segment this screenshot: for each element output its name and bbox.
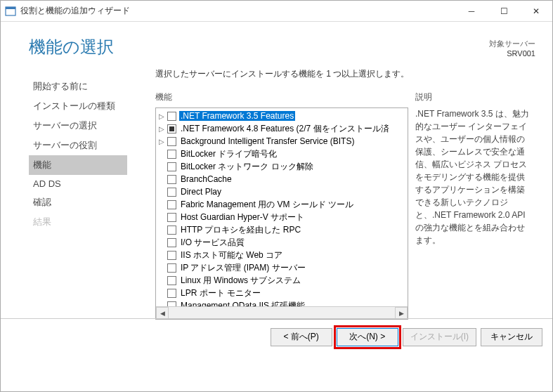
cancel-button[interactable]: キャンセル — [481, 328, 542, 346]
wizard-step[interactable]: 開始する前に — [29, 77, 127, 96]
feature-label: BitLocker ネットワーク ロック解除 — [179, 161, 315, 173]
window-title: 役割と機能の追加ウィザード — [20, 5, 455, 17]
feature-checkbox[interactable] — [167, 200, 176, 209]
feature-label: .NET Framework 3.5 Features — [179, 111, 295, 121]
wizard-step[interactable]: サーバーの役割 — [29, 136, 127, 155]
wizard-step[interactable]: 機能 — [29, 155, 127, 175]
feature-checkbox[interactable] — [167, 238, 176, 247]
description-text: .NET Framework 3.5 は、魅力的なユーザー インターフェイスや、… — [415, 107, 531, 247]
feature-checkbox[interactable] — [167, 175, 176, 184]
scroll-right-icon[interactable]: ▶ — [395, 307, 408, 320]
feature-checkbox[interactable] — [167, 112, 176, 121]
wizard-icon — [5, 6, 16, 17]
feature-row[interactable]: ▷HTTP プロキシを経由した RPC — [156, 223, 408, 236]
feature-label: IIS ホスト可能な Web コア — [179, 249, 284, 261]
features-header: 機能 — [155, 91, 408, 103]
scroll-left-icon[interactable]: ◀ — [156, 307, 169, 320]
target-server-label: 対象サーバー — [489, 39, 535, 49]
wizard-step[interactable]: サーバーの選択 — [29, 116, 127, 136]
feature-label: Management OData IIS 拡張機能 — [179, 300, 306, 307]
feature-row[interactable]: ▷Fabric Management 用の VM シールド ツール — [156, 198, 408, 211]
features-tree[interactable]: ▷.NET Framework 3.5 Features▷.NET Framew… — [155, 107, 408, 320]
close-button[interactable]: ✕ — [520, 1, 552, 22]
feature-checkbox[interactable] — [167, 301, 176, 307]
wizard-step[interactable]: 確認 — [29, 192, 127, 212]
feature-label: Host Guardian Hyper-V サポート — [179, 211, 306, 223]
feature-checkbox[interactable] — [167, 162, 176, 171]
feature-checkbox[interactable] — [167, 137, 176, 146]
feature-label: .NET Framework 4.8 Features (2/7 個をインストー… — [179, 123, 391, 135]
feature-row[interactable]: ▷Background Intelligent Transfer Service… — [156, 135, 408, 148]
feature-row[interactable]: ▷Linux 用 Windows サブシステム — [156, 274, 408, 287]
feature-label: IP アドレス管理 (IPAM) サーバー — [179, 262, 307, 274]
feature-checkbox[interactable] — [167, 276, 176, 285]
feature-checkbox[interactable] — [167, 213, 176, 222]
feature-label: HTTP プロキシを経由した RPC — [179, 224, 302, 236]
page-title: 機能の選択 — [29, 36, 489, 58]
feature-checkbox[interactable] — [167, 124, 176, 133]
feature-label: BitLocker ドライブ暗号化 — [179, 148, 278, 160]
svg-rect-1 — [6, 7, 15, 9]
target-server-info: 対象サーバー SRV001 — [489, 39, 535, 58]
feature-label: Direct Play — [179, 187, 223, 197]
horizontal-scrollbar[interactable]: ◀ ▶ — [156, 306, 408, 319]
instruction-text: 選択したサーバーにインストールする機能を 1 つ以上選択します。 — [127, 68, 538, 80]
feature-checkbox[interactable] — [167, 251, 176, 260]
feature-label: Background Intelligent Transfer Service … — [179, 136, 356, 146]
next-button[interactable]: 次へ(N) > — [337, 328, 398, 346]
expand-icon[interactable]: ▷ — [157, 112, 166, 120]
feature-row[interactable]: ▷.NET Framework 3.5 Features — [156, 110, 408, 122]
install-button[interactable]: インストール(I) — [403, 328, 476, 346]
wizard-footer: < 前へ(P) 次へ(N) > インストール(I) キャンセル — [1, 318, 552, 355]
previous-button[interactable]: < 前へ(P) — [271, 328, 332, 346]
wizard-step[interactable]: AD DS — [29, 175, 127, 192]
maximize-button[interactable]: ☐ — [488, 1, 520, 22]
feature-label: I/O サービス品質 — [179, 237, 246, 249]
feature-label: Fabric Management 用の VM シールド ツール — [179, 199, 355, 211]
feature-row[interactable]: ▷IP アドレス管理 (IPAM) サーバー — [156, 261, 408, 274]
feature-row[interactable]: ▷Management OData IIS 拡張機能 — [156, 299, 408, 306]
feature-row[interactable]: ▷Direct Play — [156, 185, 408, 198]
feature-row[interactable]: ▷BitLocker ドライブ暗号化 — [156, 148, 408, 160]
feature-checkbox[interactable] — [167, 226, 176, 235]
wizard-steps-sidebar: 開始する前にインストールの種類サーバーの選択サーバーの役割機能AD DS確認結果 — [1, 65, 127, 320]
feature-label: Linux 用 Windows サブシステム — [179, 275, 302, 287]
description-header: 説明 — [415, 91, 531, 103]
feature-checkbox[interactable] — [167, 263, 176, 273]
feature-checkbox[interactable] — [167, 289, 176, 298]
expand-icon[interactable]: ▷ — [157, 138, 166, 145]
expand-icon[interactable]: ▷ — [157, 125, 166, 133]
target-server-name: SRV001 — [489, 49, 535, 58]
feature-row[interactable]: ▷BitLocker ネットワーク ロック解除 — [156, 160, 408, 173]
feature-row[interactable]: ▷.NET Framework 4.8 Features (2/7 個をインスト… — [156, 122, 408, 135]
feature-label: BranchCache — [179, 174, 233, 184]
minimize-button[interactable]: ─ — [455, 1, 488, 22]
feature-row[interactable]: ▷I/O サービス品質 — [156, 236, 408, 249]
feature-row[interactable]: ▷LPR ポート モニター — [156, 287, 408, 299]
feature-row[interactable]: ▷Host Guardian Hyper-V サポート — [156, 211, 408, 223]
feature-label: LPR ポート モニター — [179, 287, 262, 299]
feature-row[interactable]: ▷BranchCache — [156, 173, 408, 185]
titlebar: 役割と機能の追加ウィザード ─ ☐ ✕ — [1, 1, 552, 22]
feature-checkbox[interactable] — [167, 150, 176, 159]
wizard-step[interactable]: インストールの種類 — [29, 96, 127, 116]
feature-checkbox[interactable] — [167, 188, 176, 197]
wizard-step: 結果 — [29, 212, 127, 232]
feature-row[interactable]: ▷IIS ホスト可能な Web コア — [156, 249, 408, 261]
